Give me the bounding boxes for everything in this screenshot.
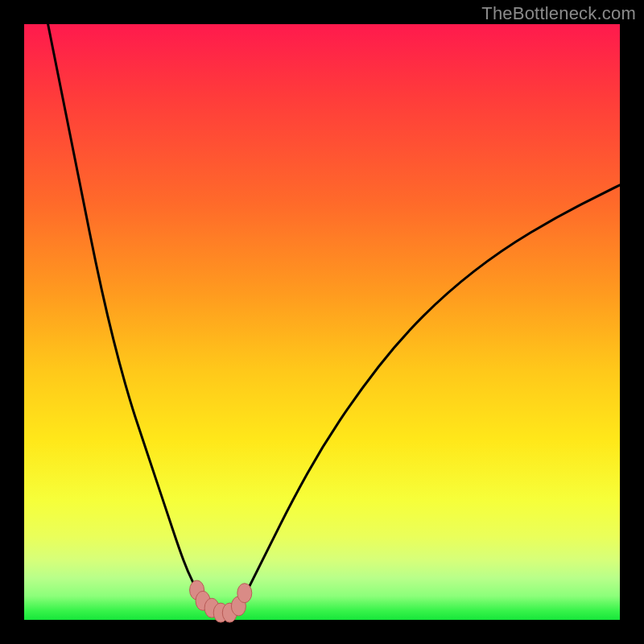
chart-frame: TheBottleneck.com <box>0 0 644 644</box>
curve-layer <box>24 24 620 620</box>
valley-marker-6 <box>237 584 252 603</box>
series-left-branch <box>48 24 213 608</box>
watermark-text: TheBottleneck.com <box>481 3 636 24</box>
series-right-branch <box>238 185 620 608</box>
plot-area <box>24 24 620 620</box>
marker-group <box>190 580 252 622</box>
series-group <box>48 24 620 614</box>
